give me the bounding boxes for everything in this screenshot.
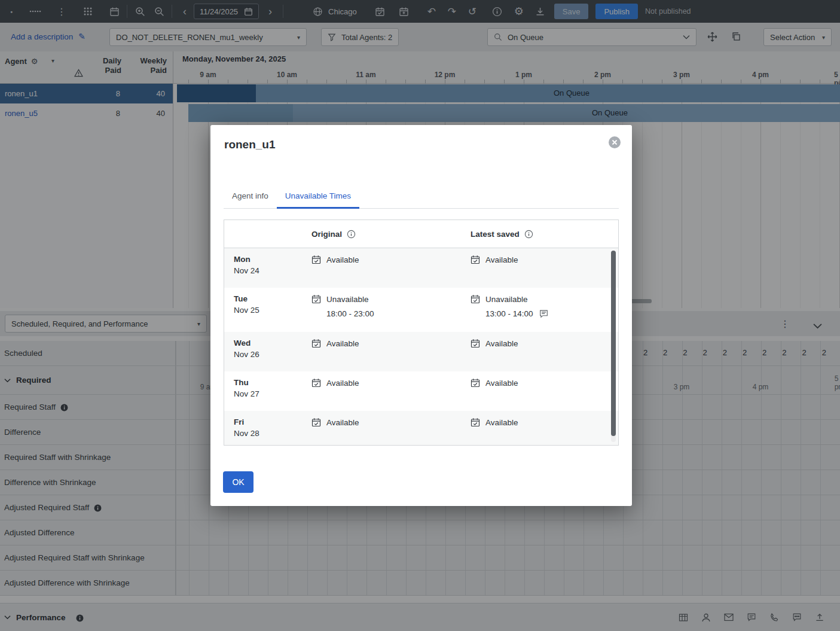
original-cell: Available [302, 332, 461, 371]
unavailable-times-row: MonNov 24AvailableAvailable [224, 248, 618, 288]
table-header: Original Latest saved [224, 220, 618, 248]
calendar-check-icon [471, 294, 480, 304]
calendar-check-icon [311, 294, 321, 304]
unavailable-time-range: 18:00 - 23:00 [326, 309, 374, 318]
latest-saved-cell: Available [461, 332, 618, 371]
original-cell: Available [302, 371, 461, 411]
day-label: Mon [234, 255, 302, 264]
day-label: Wed [234, 339, 302, 347]
availability-status: Available [326, 379, 359, 388]
availability-status: Available [326, 339, 359, 348]
availability-status: Available [485, 255, 518, 264]
date-label: Nov 25 [234, 306, 302, 315]
latest-saved-cell: Available [461, 411, 618, 446]
unavailable-times-row: TueNov 25Unavailable18:00 - 23:00Unavail… [224, 288, 618, 332]
date-label: Nov 26 [234, 350, 302, 359]
agent-details-dialog: ronen_u1 Agent info Unavailable Times Or… [210, 125, 632, 506]
availability-status: Available [485, 379, 518, 388]
ok-button[interactable]: OK [223, 471, 253, 493]
info-icon[interactable] [524, 230, 533, 239]
latest-saved-cell: Unavailable13:00 - 14:00 [461, 288, 618, 332]
original-cell: Available [302, 411, 461, 446]
date-label: Nov 24 [234, 266, 302, 275]
day-label: Fri [234, 417, 302, 426]
availability-status: Unavailable [485, 295, 528, 304]
latest-saved-cell: Available [461, 371, 618, 411]
availability-status: Available [485, 339, 518, 348]
unavailable-time-range: 13:00 - 14:00 [485, 309, 533, 318]
availability-status: Available [485, 418, 518, 427]
availability-status: Unavailable [326, 295, 369, 304]
original-cell: Available [302, 248, 461, 288]
calendar-check-icon [471, 339, 480, 348]
comment-icon [539, 309, 548, 318]
info-icon[interactable] [347, 230, 356, 239]
calendar-check-icon [471, 255, 480, 264]
dialog-tabs: Agent info Unavailable Times [224, 184, 619, 209]
tab-agent-info[interactable]: Agent info [224, 184, 277, 208]
day-label: Tue [234, 294, 302, 303]
date-label: Nov 28 [234, 429, 302, 438]
calendar-check-icon [471, 378, 480, 388]
original-column-header: Original [311, 230, 342, 239]
availability-status: Available [326, 255, 359, 264]
date-label: Nov 27 [234, 389, 302, 398]
calendar-check-icon [311, 417, 321, 427]
calendar-check-icon [311, 378, 321, 388]
calendar-check-icon [311, 339, 321, 348]
dialog-title: ronen_u1 [224, 138, 276, 151]
tab-unavailable-times[interactable]: Unavailable Times [277, 184, 359, 208]
close-icon[interactable] [608, 136, 621, 149]
scrollbar-thumb[interactable] [611, 251, 616, 436]
calendar-check-icon [471, 417, 480, 427]
original-cell: Unavailable18:00 - 23:00 [302, 288, 461, 332]
availability-status: Available [326, 418, 359, 427]
unavailable-times-table: Original Latest saved MonNov 24Available… [224, 220, 619, 446]
unavailable-times-row: FriNov 28AvailableAvailable [224, 411, 618, 446]
table-scrollbar[interactable] [611, 251, 616, 442]
unavailable-times-row: ThuNov 27AvailableAvailable [224, 371, 618, 411]
unavailable-times-row: WedNov 26AvailableAvailable [224, 332, 618, 371]
latest-saved-column-header: Latest saved [471, 230, 520, 239]
latest-saved-cell: Available [461, 248, 618, 288]
table-body: MonNov 24AvailableAvailableTueNov 25Unav… [224, 248, 618, 446]
calendar-check-icon [311, 255, 321, 264]
day-label: Thu [234, 378, 302, 387]
